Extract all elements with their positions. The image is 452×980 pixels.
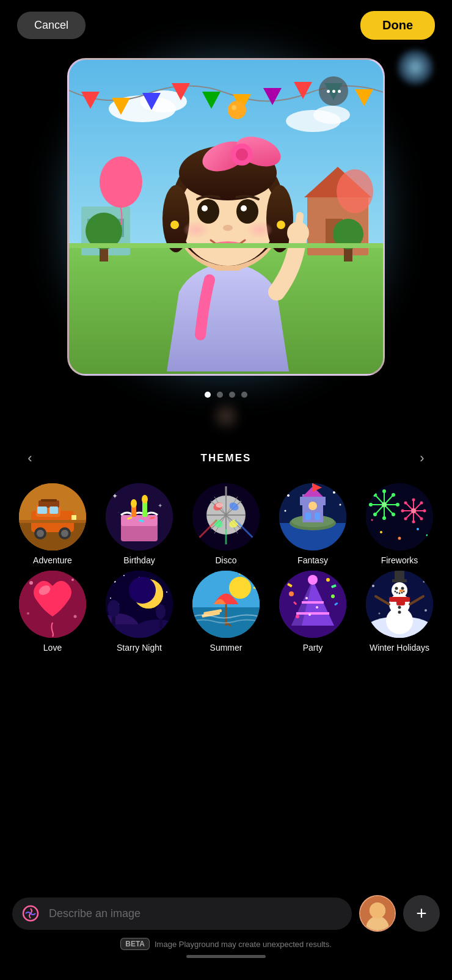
svg-point-145 [404,502,407,505]
theme-label-winter-holidays: Winter Holidays [370,643,429,653]
svg-text:✦: ✦ [112,492,118,500]
svg-point-33 [162,185,189,252]
theme-icon-winter-holidays [366,571,433,638]
svg-point-215 [401,587,404,590]
svg-point-159 [114,580,116,582]
svg-rect-60 [41,499,57,502]
svg-point-218 [399,592,401,594]
svg-point-233 [425,609,427,612]
cartoon-scene [69,60,385,376]
svg-point-40 [197,199,219,224]
svg-point-180 [156,604,166,619]
svg-point-196 [308,575,318,585]
svg-point-149 [417,528,419,530]
more-options-button[interactable] [319,76,348,106]
cancel-button[interactable]: Cancel [17,12,86,39]
svg-point-214 [395,587,398,590]
svg-point-110 [340,504,341,506]
svg-point-184 [229,577,251,599]
theme-label-fireworks: Fireworks [381,555,418,566]
svg-point-109 [333,491,335,494]
svg-point-140 [423,510,426,513]
input-row: Describe an image + [12,895,440,932]
theme-item-summer[interactable]: Summer [184,571,268,653]
theme-item-starry-night[interactable]: Starry Night [98,571,181,653]
theme-item-winter-holidays[interactable]: Winter Holidays [358,571,441,653]
svg-point-173 [129,577,156,604]
svg-rect-103 [308,502,317,510]
svg-rect-63 [49,506,58,514]
svg-point-25 [100,156,142,208]
describe-image-input[interactable]: Describe an image [12,898,352,930]
svg-point-47 [170,221,179,229]
svg-point-206 [316,606,318,609]
svg-point-125 [382,516,386,520]
theme-item-party[interactable]: Party [271,571,354,653]
themes-next-button[interactable]: › [410,447,434,470]
add-button[interactable]: + [403,895,440,932]
svg-point-28 [231,105,236,110]
home-indicator [186,955,266,958]
svg-point-150 [371,519,373,521]
theme-item-fantasy[interactable]: Fantasy [271,483,354,566]
svg-point-164 [166,591,167,593]
avatar-button[interactable] [359,895,396,932]
done-button[interactable]: Done [360,11,435,40]
top-bar: Cancel Done [0,0,452,46]
themes-prev-button[interactable]: ‹ [18,447,42,470]
svg-point-124 [392,513,395,516]
theme-item-fireworks[interactable]: Fireworks [358,483,441,566]
svg-point-160 [123,575,125,576]
theme-item-love[interactable]: Love [11,571,94,653]
svg-point-144 [401,510,404,513]
svg-point-46 [246,221,273,238]
svg-text:✦: ✦ [158,502,162,509]
theme-label-fantasy: Fantasy [297,555,328,566]
theme-label-adventure: Adventure [33,555,72,566]
theme-item-adventure[interactable]: Adventure [11,483,94,566]
svg-point-201 [289,591,294,596]
svg-rect-62 [37,506,47,514]
theme-icon-party [279,571,346,638]
svg-point-129 [382,502,387,507]
plus-icon: + [416,903,427,924]
more-dots-icon [327,90,341,93]
theme-icon-love [19,571,86,638]
svg-point-227 [398,610,401,613]
theme-icon-starry-night [106,571,173,638]
theme-icon-fireworks [366,483,433,550]
theme-icon-birthday: ✦ ✦ · [106,483,173,550]
svg-point-165 [110,598,111,599]
theme-icon-fantasy [279,483,346,550]
svg-point-232 [379,612,381,614]
svg-point-219 [401,591,403,593]
svg-text:·: · [118,510,119,515]
svg-point-231 [423,580,425,582]
svg-point-226 [398,605,401,609]
svg-point-154 [29,581,33,585]
svg-point-217 [396,591,398,593]
themes-header: ‹ THEMES › [6,447,446,470]
svg-point-39 [236,148,248,161]
svg-point-147 [380,531,382,533]
svg-point-111 [285,510,286,512]
svg-point-204 [326,578,330,582]
svg-rect-105 [315,513,320,520]
theme-label-party: Party [303,643,323,653]
svg-point-155 [71,579,74,581]
svg-point-142 [412,521,415,524]
main-image-section [0,46,452,382]
svg-point-178 [108,600,120,617]
svg-rect-98 [321,497,326,505]
theme-icon-disco [192,483,260,550]
theme-item-disco[interactable]: Disco [184,483,268,566]
svg-point-48 [277,221,285,229]
svg-point-139 [420,502,423,505]
svg-point-26 [337,169,373,213]
svg-rect-104 [305,513,311,520]
svg-point-108 [287,494,290,497]
svg-point-238 [370,902,385,918]
svg-point-45 [183,221,210,238]
theme-item-birthday[interactable]: ✦ ✦ · Birthday [98,483,181,566]
svg-point-207 [308,613,311,616]
